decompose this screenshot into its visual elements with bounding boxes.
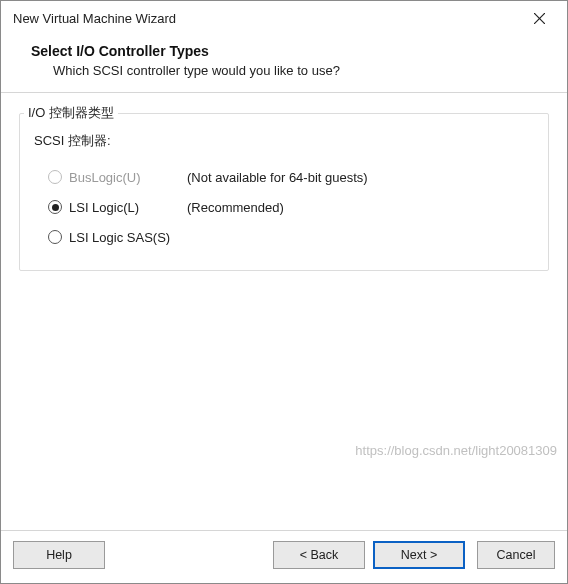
wizard-footer: Help < Back Next > Cancel: [1, 531, 567, 583]
radio-icon: [48, 200, 62, 214]
radio-option-lsi-logic-sas[interactable]: LSI Logic SAS(S): [32, 222, 536, 252]
window-title: New Virtual Machine Wizard: [13, 11, 519, 26]
next-button[interactable]: Next >: [373, 541, 465, 569]
scsi-controller-label: SCSI 控制器:: [34, 132, 536, 150]
radio-label: LSI Logic SAS(S): [69, 230, 187, 245]
page-heading: Select I/O Controller Types: [31, 43, 543, 59]
radio-label: LSI Logic(L): [69, 200, 187, 215]
close-icon: [534, 13, 545, 24]
watermark-text: https://blog.csdn.net/light20081309: [355, 443, 557, 458]
cancel-button[interactable]: Cancel: [477, 541, 555, 569]
page-subheading: Which SCSI controller type would you lik…: [31, 63, 543, 78]
radio-icon: [48, 230, 62, 244]
radio-note: (Not available for 64-bit guests): [187, 170, 368, 185]
wizard-window: New Virtual Machine Wizard Select I/O Co…: [0, 0, 568, 584]
close-button[interactable]: [519, 4, 559, 32]
radio-label: BusLogic(U): [69, 170, 187, 185]
io-controller-group: I/O 控制器类型 SCSI 控制器: BusLogic(U) (Not ava…: [19, 113, 549, 271]
back-button[interactable]: < Back: [273, 541, 365, 569]
help-button[interactable]: Help: [13, 541, 105, 569]
radio-icon: [48, 170, 62, 184]
wizard-content: I/O 控制器类型 SCSI 控制器: BusLogic(U) (Not ava…: [1, 93, 567, 530]
radio-option-lsi-logic[interactable]: LSI Logic(L) (Recommended): [32, 192, 536, 222]
radio-option-buslogic: BusLogic(U) (Not available for 64-bit gu…: [32, 162, 536, 192]
group-legend: I/O 控制器类型: [24, 104, 118, 122]
radio-note: (Recommended): [187, 200, 284, 215]
titlebar: New Virtual Machine Wizard: [1, 1, 567, 35]
wizard-header: Select I/O Controller Types Which SCSI c…: [1, 35, 567, 92]
